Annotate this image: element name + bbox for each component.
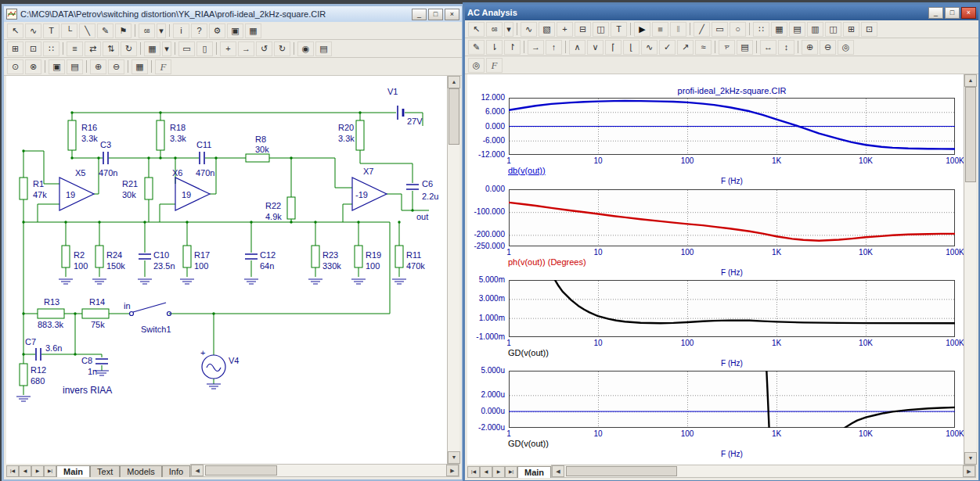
component-label[interactable]: 30k	[255, 145, 269, 154]
info-button-icon[interactable]: ⊙	[7, 59, 23, 74]
zoom-out-icon[interactable]: ⊖	[820, 40, 836, 55]
component-label[interactable]: 150k	[106, 261, 125, 271]
schematic-vertical-scrollbar[interactable]: ▲ ▼	[447, 76, 459, 464]
grid-text-icon[interactable]: ∷	[43, 41, 59, 56]
component-label[interactable]: Switch1	[141, 325, 171, 334]
numeric-output-icon[interactable]: ▤	[737, 40, 753, 55]
component-label[interactable]: R11	[406, 250, 421, 260]
flip-vertical-icon[interactable]: ⇅	[103, 41, 119, 56]
component-label[interactable]: 47k	[33, 190, 47, 199]
analysis-first-page-button[interactable]: |◀	[467, 466, 480, 478]
schematic-next-page-button[interactable]: ▶	[31, 465, 44, 477]
switch-symbol[interactable]	[130, 303, 171, 316]
slope-tool-icon[interactable]: ↗	[677, 40, 694, 55]
undo-icon[interactable]: ↺	[256, 41, 272, 56]
vertical-scroll-thumb[interactable]	[965, 87, 976, 182]
ruler-toggle-icon[interactable]: ▤	[789, 22, 805, 37]
maximize-button[interactable]: □	[428, 9, 443, 20]
text-tool-icon[interactable]: T	[43, 23, 59, 38]
analysis-vertical-scrollbar[interactable]: ▲ ▼	[964, 74, 976, 465]
pan-mode-icon[interactable]: +	[220, 41, 236, 56]
scroll-down-button[interactable]: ▼	[964, 452, 977, 465]
close-button[interactable]: ×	[445, 9, 459, 20]
line-tool-icon[interactable]: ╱	[694, 22, 710, 37]
copy-page-icon[interactable]: ▤	[67, 59, 83, 74]
component-label[interactable]: 680	[31, 376, 45, 386]
analysis-horizontal-scrollbar[interactable]: ◀ ▶	[551, 465, 976, 478]
zoom-auto-icon[interactable]: ◎	[838, 40, 854, 55]
waveform-dropdown-icon[interactable]: ▾	[504, 22, 513, 37]
plot-1-canvas[interactable]	[509, 98, 955, 155]
component-label[interactable]: 4.9k	[265, 212, 282, 221]
waveform-select-icon[interactable]: 68	[486, 22, 503, 37]
component-label[interactable]: 470k	[406, 261, 425, 271]
go-to-y-icon[interactable]: ↑	[546, 40, 562, 55]
component-label[interactable]: C3	[100, 140, 111, 149]
component-label[interactable]: 23.5n	[153, 261, 175, 271]
info-mode-icon[interactable]: i	[173, 23, 189, 38]
horizontal-scroll-track[interactable]	[204, 465, 446, 476]
scroll-up-button[interactable]: ▲	[448, 76, 460, 88]
copy-to-clipboard-icon[interactable]: ▣	[49, 59, 65, 74]
schematic-last-page-button[interactable]: ▶|	[44, 465, 56, 477]
plot-2-canvas[interactable]	[509, 189, 955, 246]
close-button[interactable]: ×	[961, 7, 976, 19]
picture-tool-icon[interactable]: ▦	[245, 23, 261, 38]
battery-symbol[interactable]	[398, 106, 403, 120]
find-icon[interactable]: ◉	[297, 41, 314, 56]
schematic-canvas[interactable]: V127VR163.3kC3R183.3kC11R830kR203.3kX547…	[6, 76, 448, 464]
component-label[interactable]: X5	[75, 168, 85, 178]
align-tool-icon[interactable]: ≡	[67, 41, 83, 56]
polygon-tool-icon[interactable]: ▭	[712, 22, 728, 37]
schematic-tab-info[interactable]: Info	[162, 465, 190, 477]
component-label[interactable]: 3.6n	[45, 343, 62, 353]
rotate-tool-icon[interactable]: ↻	[121, 41, 137, 56]
component-label[interactable]: C11	[196, 140, 211, 149]
component-label[interactable]: R19	[366, 250, 381, 260]
component-label[interactable]: +	[200, 348, 205, 357]
high-point-icon[interactable]: ⌈	[605, 40, 622, 55]
next-valley-icon[interactable]: ∨	[587, 40, 603, 55]
component-label[interactable]: 30k	[122, 190, 136, 199]
horizontal-scroll-track[interactable]	[564, 465, 963, 477]
vertical-tag-icon[interactable]: ↕	[778, 40, 794, 55]
component-label[interactable]: 883.3k	[38, 320, 64, 329]
grid-dropdown-icon[interactable]: ▾	[162, 41, 171, 56]
sine-source-symbol[interactable]	[202, 355, 225, 379]
scale-mode-icon[interactable]: ▧	[539, 22, 555, 37]
horizontal-scroll-thumb[interactable]	[205, 465, 277, 476]
plot-4-canvas[interactable]	[509, 371, 955, 428]
ac-analysis-titlebar[interactable]: AC Analysis _ □ ×	[465, 5, 978, 20]
scroll-right-button[interactable]: ▶	[963, 465, 975, 477]
schematic-horizontal-scrollbar[interactable]: ◀ ▶	[190, 464, 459, 477]
horizontal-scroll-thumb[interactable]	[566, 466, 677, 476]
zoom-in-icon[interactable]: ⊕	[90, 59, 106, 74]
schematic-tab-text[interactable]: Text	[90, 465, 120, 477]
run-button-icon[interactable]: ▶	[634, 22, 650, 37]
analysis-next-page-button[interactable]: ▶	[492, 466, 505, 478]
accumulate-plots-icon[interactable]: ◎	[468, 58, 485, 73]
close-info-button-icon[interactable]: ⊗	[25, 59, 41, 74]
scroll-right-button[interactable]: ▶	[446, 465, 459, 476]
component-label[interactable]: in	[124, 301, 131, 310]
graphics-tool-icon[interactable]: ✎	[97, 23, 113, 38]
component-label[interactable]: 19	[66, 190, 75, 199]
grid-toggle-icon[interactable]: ▦	[144, 41, 160, 56]
component-label[interactable]: V4	[229, 356, 239, 365]
component-label[interactable]: R13	[44, 297, 59, 307]
schematic-first-page-button[interactable]: |◀	[6, 465, 19, 477]
component-label[interactable]: R17	[194, 250, 210, 260]
font-button-icon[interactable]: F	[486, 58, 503, 73]
component-label[interactable]: 64n	[260, 261, 274, 271]
flag-tool-icon[interactable]: ⚑	[115, 23, 132, 38]
component-label[interactable]: R24	[106, 250, 122, 260]
global-high-low-icon[interactable]: ✓	[659, 40, 676, 55]
component-label[interactable]: X7	[363, 167, 373, 176]
capacitor-symbols[interactable]	[36, 152, 419, 364]
select-tool-icon[interactable]: ↖	[7, 23, 23, 38]
component-label[interactable]: 3.3k	[338, 134, 355, 143]
component-label[interactable]: 100	[366, 261, 380, 271]
component-label[interactable]: 2.2u	[422, 192, 438, 201]
go-to-x-icon[interactable]: →	[528, 40, 544, 55]
plot-3-canvas[interactable]	[509, 280, 955, 337]
